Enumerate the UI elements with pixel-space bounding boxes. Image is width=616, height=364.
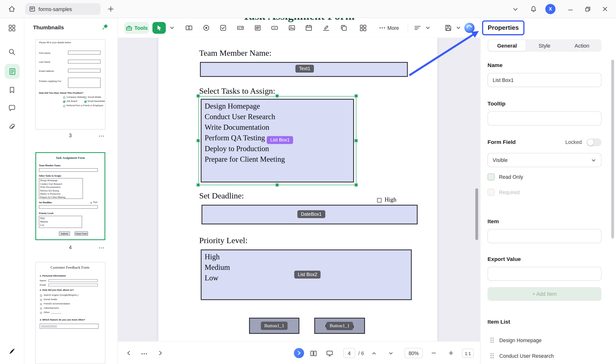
resize-handle-se[interactable] <box>354 183 358 187</box>
more-button[interactable]: More <box>387 25 399 31</box>
chevron-down-icon[interactable] <box>512 6 518 14</box>
name-input[interactable]: List Box1 <box>488 73 601 87</box>
tab-action[interactable]: Action <box>563 40 601 51</box>
presentation-icon[interactable] <box>326 350 334 359</box>
left-navigation-rail <box>0 18 24 364</box>
list-item[interactable]: Write Documentation <box>205 122 353 133</box>
visibility-dropdown[interactable]: Visible <box>488 153 601 167</box>
select-tool-button[interactable] <box>152 22 166 34</box>
high-checkbox[interactable] <box>377 198 381 202</box>
more-ellipsis-icon[interactable] <box>378 24 387 32</box>
canvas-scrollbar[interactable] <box>476 188 478 240</box>
thumbnail-page-5[interactable]: Customer Feedback Form 1. Personal Infor… <box>35 262 105 364</box>
new-tab-icon[interactable] <box>107 5 115 14</box>
duplicate-field-tool-icon[interactable] <box>339 24 348 32</box>
ai-assistant-icon[interactable] <box>464 23 475 33</box>
document-tab[interactable]: forms-samples <box>25 3 100 15</box>
item-list-row[interactable]: Design Homepage <box>488 334 601 346</box>
required-row[interactable]: Required <box>488 189 519 195</box>
checkbox-tool-icon[interactable] <box>219 24 227 32</box>
name-value: List Box1 <box>492 77 514 83</box>
mini-input <box>68 69 101 73</box>
next-assistant-button[interactable] <box>294 348 304 358</box>
zoom-level-input[interactable]: 80% <box>405 348 423 358</box>
document-canvas[interactable]: Team Member Name: Text1 Select Tasks to … <box>118 38 480 341</box>
actual-size-button[interactable]: 1:1 <box>462 349 474 358</box>
tooltip-input[interactable] <box>488 112 601 126</box>
thumbnail-page-3[interactable]: Please fill in your details below First … <box>35 39 105 130</box>
resize-handle-e[interactable] <box>354 139 358 143</box>
tools-button[interactable]: Tools <box>124 22 149 34</box>
bell-icon[interactable] <box>530 5 538 14</box>
drag-handle-icon[interactable] <box>490 353 494 359</box>
tab-general[interactable]: General <box>488 40 526 51</box>
clear-form-button-field[interactable]: Clear Form Button1_1 <box>314 318 365 334</box>
list-item[interactable]: Conduct User Research <box>205 112 353 122</box>
item-list-row[interactable]: Conduct User Research <box>488 350 601 362</box>
push-button-tool-icon[interactable]: OK <box>270 24 279 32</box>
svg-text:OK: OK <box>273 27 276 29</box>
properties-scrollbar[interactable] <box>611 60 614 238</box>
list-item[interactable]: High <box>205 252 411 262</box>
alignment-dropdown-icon[interactable] <box>423 24 432 32</box>
thumbnail-menu-icon[interactable] <box>98 246 104 251</box>
thumbnail-page-4-selected[interactable]: Task Assignment Form Team Member Name: S… <box>35 152 105 240</box>
nav-ellipsis-icon[interactable] <box>140 351 148 358</box>
pdf-page[interactable]: Team Member Name: Text1 Select Tasks to … <box>158 38 437 341</box>
radio-button-tool-icon[interactable] <box>202 24 210 32</box>
image-field-tool-icon[interactable] <box>288 24 296 32</box>
resize-handle-s[interactable] <box>275 183 279 187</box>
alignment-tool-icon[interactable] <box>413 24 422 32</box>
list-box-tool-icon[interactable] <box>253 24 262 32</box>
thumbnails-panel-toggle[interactable] <box>5 64 20 79</box>
comments-icon[interactable] <box>8 104 16 114</box>
add-item-button[interactable]: + Add Item <box>488 287 601 301</box>
date-field-tool-icon[interactable] <box>304 24 313 32</box>
list-item[interactable]: Prepare for Client Meeting <box>205 154 353 164</box>
list-item[interactable]: Deploy to Production <box>205 143 353 154</box>
page-number-input[interactable]: 4 <box>343 348 355 358</box>
bookmark-icon[interactable] <box>8 86 16 96</box>
resize-handle-nw[interactable] <box>196 94 200 98</box>
attachment-icon[interactable] <box>8 123 16 133</box>
read-only-row[interactable]: Read Only <box>488 173 523 181</box>
user-avatar[interactable]: X <box>545 4 555 14</box>
panel-back-icon[interactable] <box>126 350 132 358</box>
minimize-button[interactable] <box>567 6 574 14</box>
previous-page-icon[interactable] <box>371 351 377 358</box>
resize-handle-w[interactable] <box>196 139 200 143</box>
resize-handle-ne[interactable] <box>354 94 358 98</box>
zoom-in-icon[interactable] <box>448 350 454 358</box>
search-icon[interactable] <box>8 48 16 58</box>
home-icon[interactable] <box>8 5 16 14</box>
save-tool-icon[interactable] <box>444 24 453 32</box>
locked-toggle[interactable] <box>587 138 602 146</box>
zoom-out-icon[interactable] <box>431 350 437 358</box>
thumbnail-menu-icon[interactable] <box>98 134 104 140</box>
combo-box-tool-icon[interactable] <box>236 24 245 32</box>
list-item[interactable]: Design Homepage <box>205 101 353 112</box>
select-tool-dropdown-icon[interactable] <box>168 24 176 32</box>
field-grid-tool-icon[interactable] <box>359 24 367 32</box>
drag-handle-icon[interactable] <box>490 337 494 343</box>
pin-icon[interactable] <box>101 24 108 32</box>
signature-field-tool-icon[interactable] <box>322 24 330 32</box>
pen-tool-icon[interactable] <box>8 347 17 357</box>
save-dropdown-icon[interactable] <box>454 24 463 32</box>
text-field-tool-icon[interactable] <box>184 24 193 32</box>
close-button[interactable] <box>602 6 608 14</box>
resize-handle-sw[interactable] <box>196 183 200 187</box>
item-input[interactable] <box>488 229 601 243</box>
tab-style[interactable]: Style <box>526 40 563 51</box>
read-only-checkbox[interactable] <box>488 173 494 181</box>
restore-button[interactable] <box>585 6 591 14</box>
required-checkbox[interactable] <box>488 189 494 195</box>
submit-button-field[interactable]: Button1_1 <box>249 318 299 334</box>
page-spread-icon[interactable] <box>310 350 318 359</box>
next-page-icon[interactable] <box>388 351 394 358</box>
resize-handle-n[interactable] <box>275 94 279 98</box>
mini-input <box>39 205 98 209</box>
apps-grid-icon[interactable] <box>8 24 16 34</box>
panel-forward-icon[interactable] <box>157 350 163 358</box>
export-value-input[interactable] <box>488 267 601 281</box>
